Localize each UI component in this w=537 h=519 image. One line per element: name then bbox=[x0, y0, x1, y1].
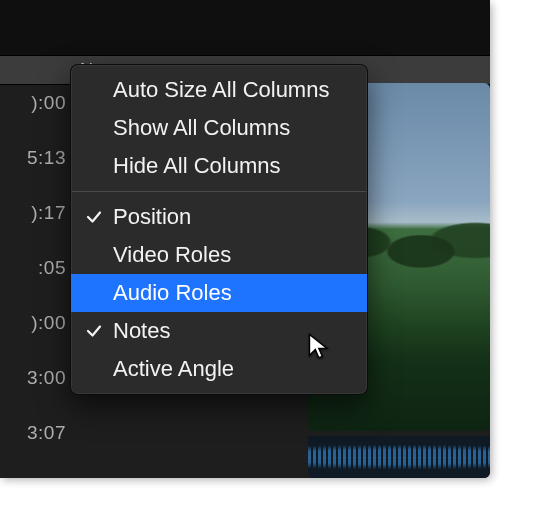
menu-item-label: Video Roles bbox=[113, 242, 231, 267]
timecode-cell: 3:00 bbox=[0, 365, 72, 420]
checkmark-icon bbox=[85, 204, 105, 228]
menu-item-label: Audio Roles bbox=[113, 280, 232, 305]
checkmark-icon bbox=[85, 318, 105, 342]
menu-item-hide-all-columns[interactable]: Hide All Columns bbox=[71, 147, 367, 185]
timecode-cell: ):00 bbox=[0, 90, 72, 145]
timecode-cell: 3:07 bbox=[0, 420, 72, 475]
timecode-cell: ):00 bbox=[0, 310, 72, 365]
menu-item-active-angle[interactable]: Active Angle bbox=[71, 350, 367, 388]
timecode-column: ):005:13):17:05):003:003:07 bbox=[0, 90, 72, 475]
menu-item-position[interactable]: Position bbox=[71, 198, 367, 236]
timecode-cell: ):17 bbox=[0, 200, 72, 255]
menu-item-show-all-columns[interactable]: Show All Columns bbox=[71, 109, 367, 147]
menu-item-label: Active Angle bbox=[113, 356, 234, 381]
column-context-menu[interactable]: Auto Size All ColumnsShow All ColumnsHid… bbox=[70, 64, 368, 395]
menu-item-auto-size-all-columns[interactable]: Auto Size All Columns bbox=[71, 71, 367, 109]
menu-item-label: Notes bbox=[113, 318, 170, 343]
top-bar bbox=[0, 0, 490, 55]
menu-separator bbox=[72, 191, 366, 192]
timecode-cell: 5:13 bbox=[0, 145, 72, 200]
screenshot-stage: N ):005:13):17:05):003:003:07 Auto Size … bbox=[0, 0, 537, 519]
menu-item-video-roles[interactable]: Video Roles bbox=[71, 236, 367, 274]
menu-item-audio-roles[interactable]: Audio Roles bbox=[71, 274, 367, 312]
menu-item-label: Position bbox=[113, 204, 191, 229]
timecode-cell: :05 bbox=[0, 255, 72, 310]
audio-waveform bbox=[308, 436, 490, 478]
menu-item-notes[interactable]: Notes bbox=[71, 312, 367, 350]
